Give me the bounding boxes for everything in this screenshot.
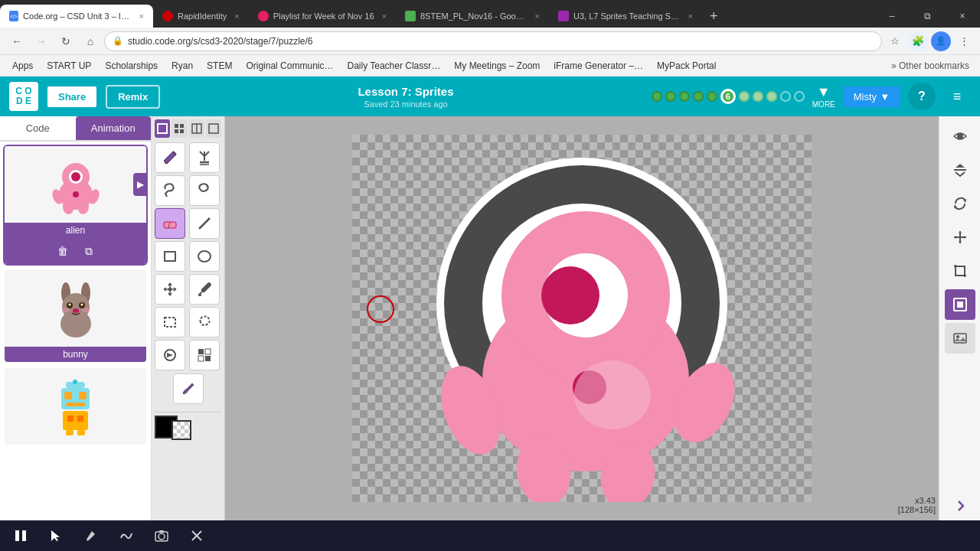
- flip-tool[interactable]: [155, 340, 185, 370]
- lasso-tool[interactable]: [155, 175, 185, 206]
- progress-dot-2[interactable]: [665, 91, 676, 102]
- close-bottom-button[interactable]: [185, 524, 208, 547]
- eraser-tool[interactable]: [155, 208, 185, 239]
- iframe-label: iFrame Generator –…: [554, 60, 643, 71]
- bookmark-mypack[interactable]: MyPack Portal: [651, 59, 722, 73]
- pan-tool[interactable]: [155, 274, 185, 305]
- sprite-alien[interactable]: ▶ alien 🗑 ⧉: [3, 145, 148, 266]
- svg-rect-36: [175, 129, 178, 133]
- bookmark-meetings[interactable]: My Meetings – Zoom: [448, 59, 546, 73]
- bookmark-stem[interactable]: STEM: [201, 59, 238, 73]
- eyedropper-tool[interactable]: [189, 274, 220, 305]
- canvas-background[interactable]: [352, 135, 812, 502]
- delete-sprite-button[interactable]: 🗑: [53, 241, 73, 261]
- tab-5-close[interactable]: ×: [688, 11, 693, 21]
- tab-code[interactable]: Code: [0, 116, 76, 140]
- new-tab-button[interactable]: +: [702, 8, 726, 24]
- tab-5[interactable]: U3, L7 Sprites Teaching Slides ×: [549, 5, 702, 28]
- lasso-rotate-tool[interactable]: [189, 175, 220, 206]
- more-button[interactable]: ▼ MORE: [812, 84, 835, 109]
- background-color-swatch[interactable]: [172, 420, 191, 440]
- show-hide-button[interactable]: [945, 121, 975, 152]
- menu-button[interactable]: ≡: [943, 83, 971, 110]
- bookmark-iframe[interactable]: iFrame Generator –…: [547, 59, 649, 73]
- rect-select-tool[interactable]: [155, 307, 185, 337]
- more-bookmarks-button[interactable]: » Other bookmarks: [887, 59, 974, 73]
- bookmark-startup[interactable]: START UP: [41, 59, 97, 73]
- pencil-tool[interactable]: [155, 142, 185, 173]
- frame-button[interactable]: [945, 289, 975, 320]
- mode4-button[interactable]: [206, 119, 221, 138]
- progress-dot-9[interactable]: [766, 91, 777, 102]
- more-options-icon[interactable]: ⋮: [954, 31, 974, 51]
- line-tool[interactable]: [189, 208, 220, 239]
- user-menu-button[interactable]: Misty ▼: [843, 86, 900, 107]
- help-button[interactable]: ?: [908, 83, 936, 110]
- forward-button[interactable]: →: [31, 31, 52, 52]
- progress-dot-6[interactable]: 6: [720, 89, 736, 104]
- pause-button[interactable]: [9, 524, 32, 547]
- minimize-button[interactable]: –: [874, 5, 910, 28]
- reload-button[interactable]: ↻: [55, 31, 77, 52]
- progress-dot-8[interactable]: [753, 91, 763, 102]
- progress-dot-11[interactable]: [794, 91, 805, 102]
- remix-button[interactable]: Remix: [106, 85, 160, 109]
- camera-tool-bottom[interactable]: [150, 524, 173, 547]
- progress-dot-7[interactable]: [739, 91, 750, 102]
- move-button[interactable]: [945, 222, 975, 253]
- bookmark-original[interactable]: Original Communic…: [240, 59, 339, 73]
- maximize-button[interactable]: ⧉: [910, 5, 945, 28]
- rotate-button[interactable]: [945, 188, 975, 219]
- rect-tool[interactable]: [155, 241, 185, 272]
- pixel-mode-button[interactable]: [172, 119, 187, 138]
- star-icon[interactable]: ☆: [885, 31, 905, 51]
- copy-sprite-button[interactable]: ⧉: [79, 241, 99, 261]
- tab-1[interactable]: </> Code.org – CSD Unit 3 – Intera… ×: [0, 5, 153, 28]
- tab-3-close[interactable]: ×: [382, 11, 387, 21]
- nav-actions: ☆ 🧩 👤 ⋮: [885, 31, 974, 51]
- bookmark-daily[interactable]: Daily Teacher Classr…: [341, 59, 446, 73]
- cursor-tool-bottom[interactable]: [44, 524, 67, 547]
- sprite-bunny[interactable]: bunny: [3, 269, 148, 364]
- profile-icon[interactable]: 👤: [931, 31, 951, 51]
- sprite-robot[interactable]: [3, 367, 148, 446]
- sprite-nav-arrow[interactable]: ▶: [133, 173, 147, 196]
- tab-3[interactable]: Playlist for Week of Nov 16 ×: [249, 5, 396, 28]
- checkerboard-tool[interactable]: [189, 340, 220, 370]
- image-button[interactable]: [945, 323, 975, 354]
- brush-tool[interactable]: [173, 373, 204, 404]
- tab-4[interactable]: 8STEM_PL_Nov16 - Google Do… ×: [396, 5, 549, 28]
- expand-right-panel[interactable]: [952, 498, 968, 516]
- extensions-icon[interactable]: 🧩: [908, 31, 928, 51]
- home-button[interactable]: ⌂: [80, 31, 101, 52]
- progress-dot-1[interactable]: [652, 91, 662, 102]
- tab-4-close[interactable]: ×: [535, 11, 540, 21]
- fill-down-tool[interactable]: [189, 142, 220, 173]
- draw-tool-bottom[interactable]: [80, 524, 103, 547]
- bookmark-scholarships[interactable]: Scholarships: [99, 59, 164, 73]
- stem-label: STEM: [207, 60, 232, 71]
- lesson-title: Lesson 7: Sprites: [168, 85, 644, 98]
- address-text: studio.code.org/s/csd3-2020/stage/7/puzz…: [128, 36, 313, 47]
- progress-dot-3[interactable]: [679, 91, 690, 102]
- lasso-select-tool[interactable]: [189, 307, 220, 337]
- back-button[interactable]: ←: [6, 31, 28, 52]
- bookmark-apps[interactable]: Apps: [6, 59, 39, 73]
- share-button[interactable]: Share: [46, 85, 98, 109]
- tab-2-close[interactable]: ×: [234, 11, 239, 21]
- bookmark-ryan[interactable]: Ryan: [165, 59, 199, 73]
- vector-mode-button[interactable]: [155, 119, 170, 138]
- progress-dot-5[interactable]: [707, 91, 717, 102]
- progress-dot-10[interactable]: [780, 91, 791, 102]
- tab-2[interactable]: RapidIdentity ×: [153, 5, 249, 28]
- address-bar[interactable]: 🔒 studio.code.org/s/csd3-2020/stage/7/pu…: [104, 31, 882, 51]
- tab-animation[interactable]: Animation: [76, 116, 152, 140]
- tab-1-close[interactable]: ×: [139, 11, 144, 21]
- ellipse-tool[interactable]: [189, 241, 220, 272]
- progress-dot-4[interactable]: [693, 91, 704, 102]
- close-button[interactable]: ×: [945, 5, 980, 28]
- crop-button[interactable]: [945, 256, 975, 286]
- mode3-button[interactable]: [189, 119, 204, 138]
- flip-vertical-button[interactable]: [945, 155, 975, 185]
- squiggle-tool-bottom[interactable]: [115, 524, 138, 547]
